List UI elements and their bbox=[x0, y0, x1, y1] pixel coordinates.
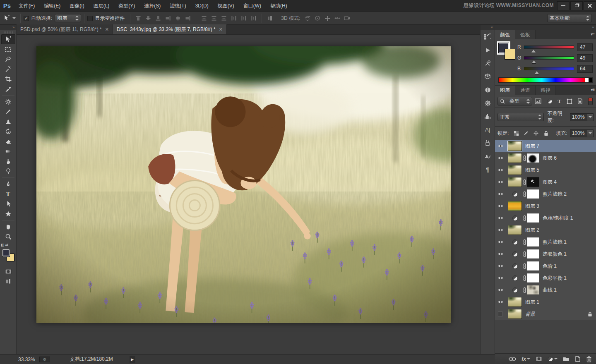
red-slider[interactable] bbox=[524, 46, 574, 49]
3d-pan-icon[interactable] bbox=[322, 14, 332, 23]
menu-layer[interactable]: 图层(L) bbox=[89, 0, 114, 12]
document-tab-psd[interactable]: PSD.psd @ 50% (图层 11, RGB/8*) *✕ bbox=[17, 24, 113, 34]
quick-selection-tool[interactable] bbox=[1, 64, 15, 74]
blend-mode-dropdown[interactable]: 正常 bbox=[497, 113, 544, 121]
navigator-panel-icon[interactable] bbox=[481, 97, 494, 109]
layer-thumbnail[interactable] bbox=[508, 153, 522, 163]
menu-window[interactable]: 窗口(W) bbox=[239, 0, 266, 12]
close-tab-icon[interactable]: ✕ bbox=[105, 27, 109, 32]
toolbar-collapse-icon[interactable]: » bbox=[0, 25, 16, 30]
layer-row-layer2[interactable]: 图层 2 bbox=[495, 224, 596, 236]
menu-filter[interactable]: 滤镜(T) bbox=[165, 0, 190, 12]
layer-thumbnail[interactable] bbox=[508, 225, 522, 235]
layer-mask-thumbnail[interactable] bbox=[527, 189, 539, 199]
align-hcenter-icon[interactable] bbox=[173, 14, 183, 23]
layer-mask-thumbnail[interactable] bbox=[527, 237, 539, 247]
histogram-panel-icon[interactable] bbox=[481, 110, 494, 122]
visibility-toggle[interactable] bbox=[495, 260, 506, 272]
distribute-vcenter-icon[interactable] bbox=[209, 14, 219, 23]
layer-row-layer5[interactable]: 图层 5 bbox=[495, 164, 596, 176]
visibility-toggle[interactable] bbox=[495, 212, 506, 224]
rectangular-marquee-tool[interactable] bbox=[1, 44, 15, 54]
lock-position-icon[interactable] bbox=[531, 129, 541, 138]
background-color-swatch[interactable] bbox=[505, 49, 515, 60]
layer-row-photo-filter-2[interactable]: 照片滤镜 2 bbox=[495, 188, 596, 200]
new-adjustment-layer-button[interactable] bbox=[548, 356, 558, 362]
zoom-level-field[interactable]: 33.33% bbox=[18, 357, 35, 362]
clone-source-panel-icon[interactable] bbox=[481, 150, 494, 162]
gradient-tool[interactable] bbox=[1, 146, 15, 156]
brush-tool[interactable] bbox=[1, 107, 15, 117]
lock-all-icon[interactable] bbox=[541, 129, 551, 138]
history-brush-tool[interactable] bbox=[1, 127, 15, 136]
distribute-left-icon[interactable] bbox=[229, 14, 239, 23]
green-value-field[interactable]: 49 bbox=[577, 54, 593, 62]
layer-row-layer6[interactable]: 图层 6 bbox=[495, 152, 596, 164]
distribute-right-icon[interactable] bbox=[249, 14, 259, 23]
3d-camera-icon[interactable] bbox=[342, 14, 352, 23]
distribute-bottom-icon[interactable] bbox=[219, 14, 229, 23]
layer-style-button[interactable]: fx bbox=[522, 356, 530, 362]
paragraph-panel-icon[interactable]: ¶ bbox=[481, 163, 494, 175]
dropdown-arrow-icon[interactable] bbox=[587, 129, 594, 137]
dropdown-arrow-icon[interactable] bbox=[587, 113, 594, 121]
menu-3d[interactable]: 3D(D) bbox=[191, 0, 213, 12]
new-group-button[interactable] bbox=[563, 356, 570, 362]
lock-image-pixels-icon[interactable] bbox=[521, 129, 531, 138]
hand-tool[interactable] bbox=[1, 222, 15, 232]
delete-layer-button[interactable] bbox=[586, 356, 592, 362]
menu-image[interactable]: 图像(I) bbox=[65, 0, 89, 12]
menu-view[interactable]: 视图(V) bbox=[213, 0, 239, 12]
tool-presets-panel-icon[interactable] bbox=[481, 57, 494, 69]
crop-tool[interactable] bbox=[1, 74, 15, 84]
layer-row-levels-1[interactable]: 色阶 1 bbox=[495, 260, 596, 272]
visibility-toggle[interactable] bbox=[495, 176, 506, 188]
layer-mask-thumbnail[interactable] bbox=[527, 153, 539, 163]
history-panel-icon[interactable] bbox=[481, 31, 494, 43]
eraser-tool[interactable] bbox=[1, 136, 15, 146]
3d-rotate-icon[interactable] bbox=[303, 14, 312, 23]
current-tool-chip[interactable] bbox=[2, 14, 17, 22]
visibility-toggle[interactable] bbox=[495, 284, 506, 296]
dock-collapse-icon[interactable]: « bbox=[481, 25, 495, 30]
visibility-toggle[interactable] bbox=[495, 296, 506, 308]
layer-row-hue-saturation-1[interactable]: 色相/饱和度 1 bbox=[495, 212, 596, 224]
add-layer-mask-button[interactable] bbox=[536, 356, 542, 362]
adjustment-layer-icon[interactable] bbox=[508, 239, 522, 245]
layer-row-layer7[interactable]: 图层 7 bbox=[495, 140, 596, 152]
menu-edit[interactable]: 编辑(E) bbox=[39, 0, 65, 12]
align-right-icon[interactable] bbox=[183, 14, 193, 23]
layer-thumbnail[interactable] bbox=[508, 297, 522, 307]
tab-layers[interactable]: 图层 bbox=[495, 86, 515, 95]
restore-icon[interactable] bbox=[570, 1, 583, 10]
3d-roll-icon[interactable] bbox=[312, 14, 322, 23]
layer-mask-thumbnail[interactable] bbox=[527, 177, 539, 187]
link-layers-button[interactable] bbox=[509, 357, 516, 361]
layer-row-layer4[interactable]: 图层 4 bbox=[495, 176, 596, 188]
layer-filter-type-dropdown[interactable]: 类型 bbox=[497, 97, 532, 105]
layer-filter-toggle[interactable] bbox=[588, 98, 593, 105]
lock-transparent-pixels-icon[interactable] bbox=[511, 129, 521, 138]
swap-colors-icon[interactable]: ◧ ⇄ bbox=[1, 243, 15, 248]
visibility-toggle[interactable] bbox=[495, 188, 506, 200]
menu-help[interactable]: 帮助(H) bbox=[266, 0, 292, 12]
layer-mask-thumbnail[interactable] bbox=[527, 249, 539, 259]
layer-mask-thumbnail[interactable] bbox=[527, 285, 539, 295]
opacity-combo[interactable]: 100% bbox=[570, 113, 594, 121]
path-selection-tool[interactable] bbox=[1, 199, 15, 209]
foreground-color-swatch[interactable] bbox=[2, 249, 10, 257]
adjustment-layer-icon[interactable] bbox=[508, 263, 522, 269]
visibility-toggle[interactable] bbox=[495, 152, 506, 164]
visibility-toggle[interactable] bbox=[495, 140, 506, 152]
visibility-toggle[interactable] bbox=[495, 164, 506, 176]
toolbar-gripper[interactable] bbox=[4, 31, 13, 34]
clone-stamp-tool[interactable] bbox=[1, 117, 15, 127]
filter-pixel-layers-icon[interactable] bbox=[535, 98, 541, 104]
distribute-top-icon[interactable] bbox=[199, 14, 209, 23]
pen-tool[interactable] bbox=[1, 179, 15, 189]
layer-row-color-balance-1[interactable]: 色彩平衡 1 bbox=[495, 272, 596, 284]
custom-shape-tool[interactable] bbox=[1, 209, 15, 219]
panel-menu-icon[interactable]: ▾≡ bbox=[591, 87, 594, 92]
tab-paths[interactable]: 路径 bbox=[536, 86, 556, 95]
canvas-image[interactable] bbox=[36, 46, 451, 323]
